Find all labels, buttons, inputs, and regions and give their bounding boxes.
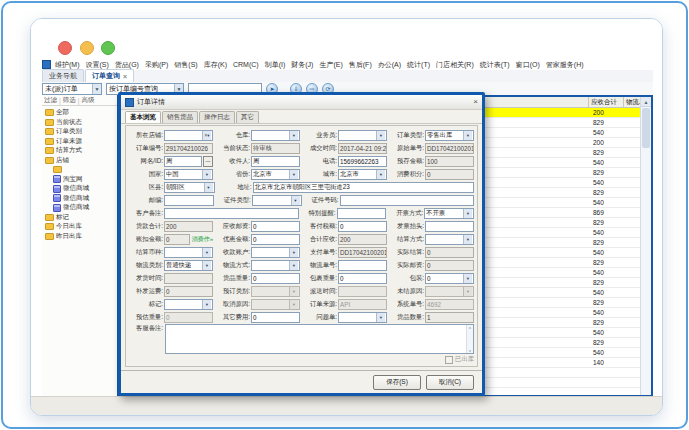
receivable-total-cell: 540	[591, 228, 625, 237]
field-input[interactable]: 周	[164, 156, 202, 167]
dialog-titlebar: 订单详情 ×	[121, 95, 482, 110]
consume-link[interactable]: 消费作»	[192, 235, 213, 244]
field-input[interactable]: 0	[251, 273, 300, 284]
field-select[interactable]: ▾	[425, 234, 474, 245]
tab-close-icon[interactable]: ×	[123, 73, 127, 80]
field-input[interactable]: 0	[338, 221, 387, 232]
scroll-up-icon[interactable]: ▲	[641, 97, 651, 107]
tree-item[interactable]: 当前状态	[42, 118, 117, 128]
vertical-scrollbar[interactable]: ▲	[640, 97, 651, 395]
menu-item[interactable]: 财务(J)	[291, 61, 313, 68]
menu-item[interactable]: 采购(P)	[145, 61, 168, 68]
tree-item[interactable]: 全部	[42, 108, 117, 118]
field-input[interactable]	[340, 195, 475, 206]
menu-item[interactable]: 门店相关(R)	[436, 61, 474, 68]
field-input[interactable]	[164, 195, 214, 206]
receivable-total-cell: 829	[591, 318, 625, 327]
sidebar-tab-高级[interactable]: 高级	[81, 96, 94, 105]
menu-item[interactable]: 设置(S)	[86, 61, 109, 68]
tree-item[interactable]: 标记	[42, 213, 117, 223]
field-select[interactable]: ▾	[251, 247, 300, 258]
dialog-tab-操作日志[interactable]: 操作日志	[199, 111, 235, 123]
field-select[interactable]: ▾	[164, 299, 213, 310]
field-select[interactable]: 零售出库▾	[425, 130, 474, 141]
field-select[interactable]: ×▾	[164, 130, 213, 141]
field-select[interactable]: ▾	[251, 260, 300, 271]
field-select[interactable]: ▾	[164, 247, 213, 258]
scrollbar-thumb[interactable]	[642, 108, 650, 148]
field-input[interactable]	[425, 221, 474, 232]
tree-item[interactable]	[42, 165, 117, 175]
service-remark-textarea[interactable]: ˄˅	[165, 324, 474, 354]
dialog-tab-基本浏览[interactable]: 基本浏览	[125, 111, 161, 123]
field-select[interactable]: 朝阳区▾	[164, 182, 215, 193]
order-scope-select[interactable]: 未(派)订单 ▼	[42, 83, 102, 95]
menu-item[interactable]: 售后(F)	[349, 61, 372, 68]
column-header[interactable]: 物流单号	[624, 97, 641, 107]
field-select[interactable]: ▾	[338, 312, 387, 323]
sidebar-tab-过滤[interactable]: 过滤	[44, 96, 57, 105]
sidebar-tab-筛选[interactable]: 筛选	[63, 96, 76, 105]
checkbox-icon[interactable]	[445, 356, 453, 364]
tree-item[interactable]: 订单来源	[42, 137, 117, 147]
tree-item[interactable]: 微信商城	[42, 184, 117, 194]
menu-item[interactable]: 管家服务(H)	[546, 61, 584, 68]
tab-订单查询[interactable]: 订单查询×	[85, 69, 134, 82]
field-input[interactable]: 周	[251, 156, 300, 167]
chevron-down-icon: ▾	[289, 300, 298, 309]
menu-item[interactable]: CRM(C)	[233, 61, 259, 68]
shop-icon	[53, 204, 61, 212]
menu-item[interactable]: 维护(M)	[55, 61, 80, 68]
textarea-scrollbar[interactable]: ˄˅	[466, 325, 473, 353]
logistics-cell	[625, 218, 641, 227]
dialog-close-icon[interactable]: ×	[473, 98, 478, 106]
close-traffic-light[interactable]	[58, 41, 72, 55]
field-select[interactable]: 北京市▾	[338, 169, 387, 180]
menu-item[interactable]: 窗口(O)	[516, 61, 540, 68]
field-select[interactable]: 普通快递▾	[164, 260, 213, 271]
tree-item[interactable]: 淘宝网	[42, 175, 117, 185]
menu-item[interactable]: 办公(A)	[378, 61, 401, 68]
field-select[interactable]: ▾	[252, 195, 302, 206]
menu-item[interactable]: 统计(T)	[407, 61, 430, 68]
tree-item[interactable]: 微信商城	[42, 203, 117, 213]
field-input[interactable]	[338, 260, 387, 271]
field-select[interactable]: 不开票▾	[424, 208, 474, 219]
tree-item[interactable]: 店铺	[42, 156, 117, 166]
menu-item[interactable]: 制单(I)	[265, 61, 286, 68]
tree-item[interactable]: 昨日出库	[42, 232, 117, 242]
tree-item[interactable]: 订单类别	[42, 127, 117, 137]
tree-item[interactable]: 微信商城	[42, 194, 117, 204]
field-input[interactable]	[337, 208, 387, 219]
field-input[interactable]	[164, 208, 299, 219]
maximize-traffic-light[interactable]	[101, 41, 115, 55]
minimize-traffic-light[interactable]	[80, 41, 94, 55]
menu-item[interactable]: 统计表(T)	[480, 61, 510, 68]
menu-item[interactable]: 货品(G)	[115, 61, 139, 68]
menu-item[interactable]: 生产(E)	[319, 61, 342, 68]
tree-item[interactable]: 今日出库	[42, 222, 117, 232]
dialog-tab-销售货品[interactable]: 销售货品	[162, 111, 198, 123]
tab-separator: |	[78, 97, 80, 104]
field-input[interactable]: 0	[251, 234, 300, 245]
field-input[interactable]: 0	[338, 273, 387, 284]
lookup-button[interactable]: —	[203, 156, 213, 167]
tab-业务导航[interactable]: 业务导航	[42, 69, 84, 82]
tree-item[interactable]: 结算方式	[42, 146, 117, 156]
field-select[interactable]: ▾	[338, 130, 387, 141]
field-label: 发票抬头:	[390, 222, 424, 231]
dialog-tab-其它[interactable]: 其它	[236, 111, 259, 123]
field-select[interactable]: 0▾	[425, 273, 474, 284]
save-button[interactable]: 保存(S)	[373, 375, 421, 390]
field-input[interactable]: 15699662263	[338, 156, 387, 167]
field-input[interactable]: 北京市北京市朝阳区三里屯街道23	[253, 182, 475, 193]
column-header[interactable]: 应收合计	[589, 97, 624, 107]
field-input[interactable]: 0	[251, 221, 300, 232]
menu-item[interactable]: 库存(K)	[204, 61, 227, 68]
field-select[interactable]: 北京市▾	[251, 169, 300, 180]
field-select[interactable]: ▾	[251, 130, 300, 141]
menu-item[interactable]: 销售(S)	[174, 61, 197, 68]
field-input[interactable]: 0	[251, 312, 300, 323]
field-select[interactable]: 中国▾	[164, 169, 213, 180]
cancel-button[interactable]: 取消(C)	[426, 375, 474, 390]
